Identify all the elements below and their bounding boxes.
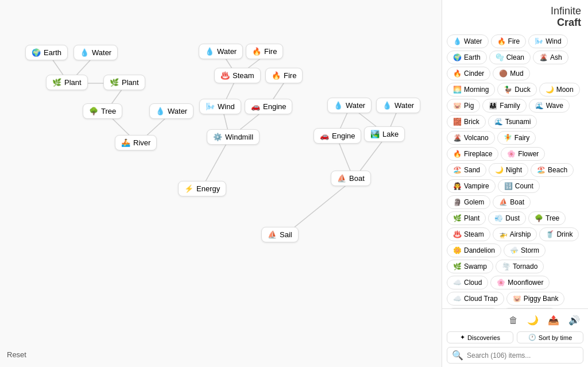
sidebar-item-drink[interactable]: 🥤Drink — [539, 227, 579, 241]
discoveries-button[interactable]: ✦ Discoveries — [447, 331, 513, 343]
item-emoji: ♨️ — [453, 230, 462, 238]
node-label: Steam — [233, 71, 254, 80]
item-label: Storm — [521, 246, 539, 254]
sidebar-item-clean[interactable]: 🫧Clean — [489, 51, 531, 64]
craft-node-water[interactable]: 💧Water — [199, 44, 243, 59]
craft-node-water[interactable]: 💧Water — [376, 98, 420, 113]
sidebar-item-cloud[interactable]: ☁️Cloud — [447, 276, 488, 289]
craft-node-water[interactable]: 💧Water — [149, 103, 194, 119]
sidebar-item-volcano[interactable]: 🌋Volcano — [447, 131, 495, 145]
item-label: Cloud Trap — [464, 295, 498, 303]
craft-node-water[interactable]: 💧Water — [327, 98, 372, 113]
sidebar-item-mud[interactable]: 🟤Mud — [493, 67, 529, 80]
sidebar-item-family[interactable]: 👨‍👩‍👧Family — [482, 99, 526, 113]
item-label: Tornado — [513, 262, 537, 271]
share-button[interactable]: 📤 — [547, 314, 560, 327]
item-emoji: ⛵ — [499, 198, 508, 206]
search-input[interactable] — [467, 351, 578, 360]
sidebar-items-list: 💧Water🔥Fire🌬️Wind🌍Earth🫧Clean🌋Ash🔥Cinder… — [442, 32, 588, 308]
item-label: Fireplace — [464, 150, 492, 158]
sidebar-item-fairy[interactable]: 🧚Fairy — [497, 131, 536, 145]
sidebar-item-fire[interactable]: 🔥Fire — [491, 34, 527, 48]
sidebar-item-cloud-trap[interactable]: ☁️Cloud Trap — [447, 292, 504, 306]
sidebar-item-fireplace[interactable]: 🔥Fireplace — [447, 147, 498, 161]
node-label: Energy — [196, 184, 220, 193]
craft-node-plant[interactable]: 🌿Plant — [103, 75, 145, 90]
sidebar-item-duck[interactable]: 🦆Duck — [497, 83, 536, 96]
sidebar-item-wind[interactable]: 🌬️Wind — [528, 34, 567, 48]
item-emoji: 🌙 — [546, 86, 554, 94]
sidebar-item-sand[interactable]: 🏖️Sand — [447, 163, 486, 177]
sidebar-item-cinder[interactable]: 🔥Cinder — [447, 67, 490, 80]
craft-node-windmill[interactable]: ⚙️Windmill — [207, 129, 260, 145]
item-emoji: 🌼 — [453, 246, 462, 254]
craft-node-engine[interactable]: 🚗Engine — [314, 128, 361, 144]
sidebar-item-tsunami[interactable]: 🌊Tsunami — [488, 115, 537, 129]
sidebar-item-earth[interactable]: 🌍Earth — [447, 51, 487, 64]
sidebar-row: 🏖️Sand🌙Night🏖️Beach — [447, 163, 583, 177]
craft-node-engine[interactable]: 🚗Engine — [245, 99, 292, 114]
item-emoji: 🟤 — [499, 69, 508, 78]
craft-node-fire[interactable]: 🔥Fire — [265, 68, 303, 83]
discoveries-row: ✦ Discoveries 🕐 Sort by time — [447, 331, 583, 343]
sidebar-item-storm[interactable]: ⛈️Storm — [504, 244, 546, 257]
item-emoji: 🌋 — [453, 134, 462, 142]
item-emoji: 🫧 — [496, 53, 504, 61]
sidebar-item-vampire[interactable]: 🧛Vampire — [447, 179, 496, 193]
sidebar-item-airship[interactable]: 🚁Airship — [493, 227, 537, 241]
craft-node-river[interactable]: 🚣River — [115, 135, 157, 150]
reset-button[interactable]: Reset — [7, 350, 26, 359]
sidebar-item-flower[interactable]: 🌸Flower — [501, 147, 545, 161]
sidebar-row: ♨️Steam🚁Airship🥤Drink — [447, 227, 583, 241]
craft-node-wind[interactable]: 🌬️Wind — [199, 99, 241, 114]
sidebar-item-dandelion[interactable]: 🌼Dandelion — [447, 244, 501, 257]
sidebar-footer: 🗑 🌙 📤 🔊 ✦ Discoveries 🕐 Sort by time 🔍 — [442, 308, 588, 367]
craft-node-lake[interactable]: 🏞️Lake — [364, 126, 405, 142]
craft-node-fire[interactable]: 🔥Fire — [246, 44, 283, 59]
item-label: Boat — [510, 198, 524, 206]
craft-node-plant[interactable]: 🌿Plant — [46, 75, 88, 90]
sidebar-item-morning[interactable]: 🌅Morning — [447, 83, 495, 96]
moon-button[interactable]: 🌙 — [526, 314, 540, 327]
sidebar-item-golem[interactable]: 🗿Golem — [447, 195, 490, 209]
sidebar-item-moonflower[interactable]: 🌸Moonflower — [490, 276, 550, 289]
craft-node-earth[interactable]: 🌍Earth — [25, 45, 68, 60]
sidebar-item-night[interactable]: 🌙Night — [489, 163, 528, 177]
craft-node-sail[interactable]: ⛵Sail — [261, 227, 299, 242]
craft-node-energy[interactable]: ⚡Energy — [178, 181, 226, 196]
sidebar-item-beach[interactable]: 🏖️Beach — [531, 163, 574, 177]
node-label: Boat — [349, 174, 365, 183]
search-bar[interactable]: 🔍 — [447, 347, 583, 364]
sort-button[interactable]: 🕐 Sort by time — [517, 331, 583, 343]
sidebar-item-plant[interactable]: 🌿Plant — [447, 211, 486, 225]
item-label: Earth — [464, 53, 481, 61]
item-emoji: 🌳 — [535, 214, 543, 222]
sidebar-item-boat[interactable]: ⛵Boat — [493, 195, 531, 209]
item-emoji: 🔢 — [504, 182, 513, 190]
node-label: Wind — [218, 102, 235, 111]
sidebar-item-wave[interactable]: 🌊Wave — [529, 99, 570, 113]
sidebar-item-swamp[interactable]: 🌿Swamp — [447, 260, 493, 273]
sidebar-item-water[interactable]: 💧Water — [447, 34, 489, 48]
craft-node-boat[interactable]: ⛵Boat — [331, 171, 371, 186]
sidebar-item-ash[interactable]: 🌋Ash — [533, 51, 568, 64]
trash-button[interactable]: 🗑 — [508, 314, 519, 327]
sidebar-item-count[interactable]: 🔢Count — [498, 179, 540, 193]
sidebar-item-brick[interactable]: 🧱Brick — [447, 115, 486, 129]
craft-node-water[interactable]: 💧Water — [74, 45, 118, 60]
sidebar-item-piggy-bank[interactable]: 🐷Piggy Bank — [506, 292, 565, 306]
logo-infinite-text: Infinite — [551, 6, 581, 17]
volume-button[interactable]: 🔊 — [567, 314, 581, 327]
node-label: Windmill — [225, 133, 253, 141]
craft-node-steam[interactable]: ♨️Steam — [214, 68, 261, 83]
sidebar-item-tornado[interactable]: 🌪️Tornado — [496, 260, 544, 273]
sidebar-item-moon[interactable]: 🌙Moon — [539, 83, 580, 96]
item-label: Tree — [546, 214, 559, 222]
craft-canvas[interactable]: 🌍Earth💧Water🌿Plant🌿Plant🌳Tree💧Water🚣Rive… — [0, 0, 442, 367]
sidebar-item-dust[interactable]: 💨Dust — [488, 211, 526, 225]
sidebar-item-steam[interactable]: ♨️Steam — [447, 227, 490, 241]
node-label: Fire — [264, 47, 277, 56]
sidebar-item-tree[interactable]: 🌳Tree — [528, 211, 566, 225]
craft-node-tree[interactable]: 🌳Tree — [83, 103, 122, 119]
sidebar-item-pig[interactable]: 🐷Pig — [447, 99, 480, 113]
